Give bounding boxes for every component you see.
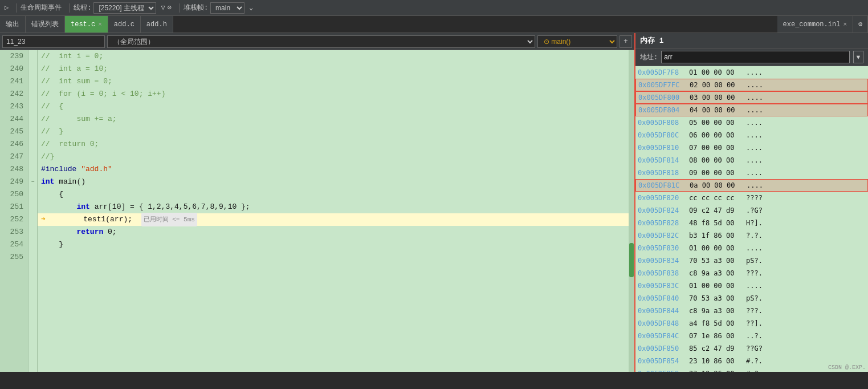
memory-content: 0x005DF7F8 01 00 00 00 .... 0x005DF7FC 0… xyxy=(635,66,868,372)
code-line-243[interactable]: // { xyxy=(38,100,629,113)
stackframe-dropdown[interactable]: main xyxy=(210,2,244,14)
scope-select[interactable]: （全局范围） xyxy=(107,35,535,48)
memory-row-4: 0x005DF808 05 00 00 00 .... xyxy=(635,116,868,129)
tab-exe-close[interactable]: × xyxy=(843,21,847,28)
code-text-242: // for (i = 0; i < 10; i++) xyxy=(41,88,165,100)
mem-addr-8: 0x005DF818 xyxy=(638,169,689,177)
scrollbar-thumb[interactable] xyxy=(629,243,634,277)
fold-246 xyxy=(28,138,37,151)
mem-addr-19: 0x005DF844 xyxy=(638,307,689,315)
mem-bytes-18: 70 53 a3 00 xyxy=(689,294,746,302)
tab-error-list[interactable]: 错误列表 xyxy=(26,16,65,33)
mem-bytes-3: 04 00 00 00 xyxy=(690,106,747,114)
filter-icons: ▽ ⊘ xyxy=(161,3,171,12)
mem-addr-16: 0x005DF838 xyxy=(638,269,689,277)
fold-241 xyxy=(28,75,37,88)
code-line-247[interactable]: //} xyxy=(38,151,629,163)
code-line-244[interactable]: // sum += a; xyxy=(38,113,629,125)
memory-addr-dropdown-btn[interactable]: ▼ xyxy=(853,51,863,63)
line-num-244: 244 xyxy=(5,113,23,125)
code-text-253a xyxy=(41,226,76,238)
memory-row-0: 0x005DF7F8 01 00 00 00 .... xyxy=(635,66,868,79)
code-line-245[interactable]: // } xyxy=(38,125,629,138)
tab-settings-btn[interactable]: ⚙ xyxy=(853,16,868,33)
code-line-246[interactable]: // return 0; xyxy=(38,138,629,151)
line-num-250: 250 xyxy=(5,188,23,201)
fold-244 xyxy=(28,113,37,125)
code-line-254[interactable]: } xyxy=(38,238,629,251)
tab-add-h[interactable]: add.h xyxy=(141,16,173,33)
line-num-248: 248 xyxy=(5,163,23,176)
code-scrollbar[interactable] xyxy=(629,50,634,372)
stackframe-section: 堆栈帧: main xyxy=(184,2,244,14)
code-line-241[interactable]: // int sum = 0; xyxy=(38,75,629,88)
tab-output[interactable]: 输出 xyxy=(0,16,26,33)
mem-bytes-24: 23 10 86 00 xyxy=(689,370,746,372)
chevron-icon: ⌄ xyxy=(249,3,253,12)
add-btn[interactable]: + xyxy=(620,35,632,48)
code-line-251[interactable]: int arr[10] = { 1,2,3,4,5,6,7,8,9,10 }; xyxy=(38,201,629,213)
memory-addr-input[interactable] xyxy=(661,51,850,63)
tab-add-c[interactable]: add.c xyxy=(108,16,141,33)
mem-ascii-13: ?.?. xyxy=(746,232,763,240)
thread-dropdown[interactable]: [25220] 主线程 xyxy=(93,2,156,14)
tab-output-label: 输出 xyxy=(6,19,19,29)
separator-1 xyxy=(17,3,17,13)
code-text-240: // int a = 10; xyxy=(41,63,108,75)
fold-247 xyxy=(28,151,37,163)
code-line-250[interactable]: { xyxy=(38,188,629,201)
fold-gutter: − xyxy=(28,50,38,372)
code-editor: 239 240 241 242 243 244 245 246 247 248 … xyxy=(0,50,634,372)
mem-ascii-9: .... xyxy=(747,181,763,189)
line-numbers: 239 240 241 242 243 244 245 246 247 248 … xyxy=(0,50,28,372)
code-line-255[interactable] xyxy=(38,251,629,264)
separator-2 xyxy=(70,3,70,13)
code-line-252[interactable]: ➔ test1(arr); 已用时间 <= 5ms xyxy=(38,213,629,226)
code-text-255 xyxy=(41,251,46,264)
code-line-253[interactable]: return 0; xyxy=(38,226,629,238)
mem-bytes-19: c8 9a a3 00 xyxy=(689,307,746,315)
func-select[interactable]: ⊙ main() xyxy=(537,35,617,48)
mem-addr-2: 0x005DF800 xyxy=(638,94,690,102)
line-num-249: 249 xyxy=(5,176,23,188)
code-line-248[interactable]: #include "add.h" xyxy=(38,163,629,176)
mem-bytes-11: 09 c2 47 d9 xyxy=(689,206,746,214)
fold-242 xyxy=(28,88,37,100)
tab-exe-common[interactable]: exe_common.inl × xyxy=(777,16,853,33)
code-line-240[interactable]: // int a = 10; xyxy=(38,63,629,75)
mem-ascii-11: .?G? xyxy=(746,206,763,214)
code-text-244: // sum += a; xyxy=(41,113,117,125)
code-text-247: //} xyxy=(41,151,54,163)
mem-addr-24: 0x005DF858 xyxy=(638,370,689,372)
line-num-245: 245 xyxy=(5,125,23,138)
tab-addh-label: add.h xyxy=(146,21,167,29)
fold-249[interactable]: − xyxy=(28,176,37,188)
execution-time: 已用时间 <= 5ms xyxy=(141,213,197,226)
tab-test-c[interactable]: test.c × xyxy=(65,16,108,33)
memory-row-19: 0x005DF844 c8 9a a3 00 ???. xyxy=(635,305,868,317)
line-num-247: 247 xyxy=(5,151,23,163)
memory-row-5: 0x005DF80C 06 00 00 00 .... xyxy=(635,129,868,141)
mem-ascii-8: .... xyxy=(746,169,763,177)
mem-bytes-17: 01 00 00 00 xyxy=(689,282,746,290)
tab-testc-close[interactable]: × xyxy=(98,21,102,28)
code-line-239[interactable]: // int i = 0; xyxy=(38,50,629,63)
code-line-242[interactable]: // for (i = 0; i < 10; i++) xyxy=(38,88,629,100)
mem-addr-17: 0x005DF83C xyxy=(638,282,689,290)
line-num-243: 243 xyxy=(5,100,23,113)
stackframe-label: 堆栈帧: xyxy=(184,3,208,13)
mem-addr-21: 0x005DF84C xyxy=(638,332,689,340)
position-input[interactable]: 11_23 xyxy=(2,35,105,48)
mem-addr-4: 0x005DF808 xyxy=(638,119,689,127)
code-text-249a: int xyxy=(41,176,54,188)
code-text-243: // { xyxy=(41,100,63,113)
fold-245 xyxy=(28,125,37,138)
code-lines: // int i = 0; // int a = 10; // int sum … xyxy=(38,50,629,372)
memory-row-21: 0x005DF84C 07 1e 86 00 ..?. xyxy=(635,330,868,342)
code-text-245: // } xyxy=(41,125,63,138)
code-line-249[interactable]: int main() xyxy=(38,176,629,188)
mem-bytes-9: 0a 00 00 00 xyxy=(690,181,747,189)
mem-bytes-12: 48 f8 5d 00 xyxy=(689,219,746,227)
mem-ascii-10: ???? xyxy=(746,194,763,202)
mem-ascii-14: .... xyxy=(746,244,763,252)
